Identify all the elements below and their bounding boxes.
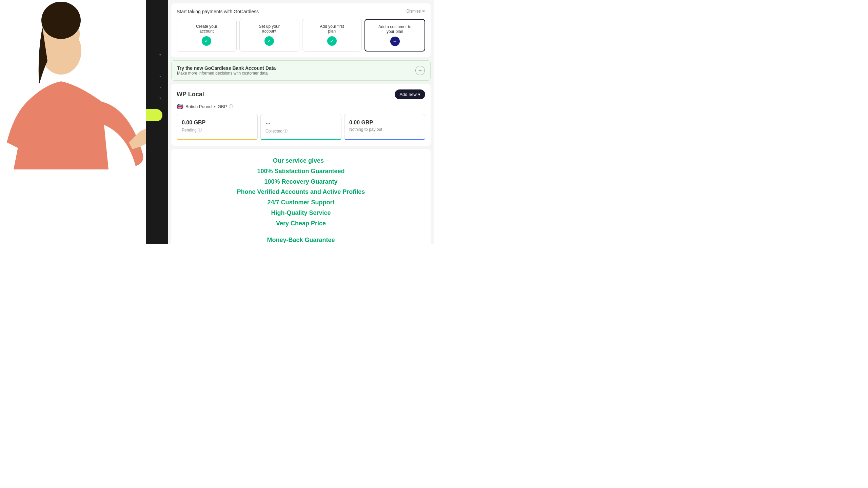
svg-rect-4 xyxy=(56,53,66,66)
stat-payout-label: Nothing to pay out xyxy=(349,127,420,132)
stat-payout-value: 0.00 GBP xyxy=(349,120,420,126)
currency-separator: • xyxy=(214,104,216,110)
wp-local-section: WP Local Add new ▾ 🇬🇧 British Pound • GB… xyxy=(171,84,431,146)
promo-line-5: 24/7 Customer Support xyxy=(181,198,420,207)
bank-promo-text: Try the new GoCardless Bank Account Data… xyxy=(177,65,411,76)
sidebar: GoCardless Bank Payments New Try Bank Ac… xyxy=(73,0,168,244)
step-3-label: Add your firstplan xyxy=(320,24,344,34)
bank-promo-title: Try the new GoCardless Bank Account Data xyxy=(177,65,411,71)
chevron-down-icon: ▾ xyxy=(159,75,161,78)
sidebar-item-developers[interactable]: Developers ▾ xyxy=(78,93,162,103)
stat-pending-label: Pending ⓘ xyxy=(182,127,253,133)
stat-card-pending: 0.00 GBP Pending ⓘ xyxy=(177,114,258,140)
wp-local-title: WP Local xyxy=(177,91,204,98)
step-3-check-icon: ✓ xyxy=(327,36,337,46)
sidebar-item-success-plus[interactable]: Success+ ▾ xyxy=(78,71,162,82)
chevron-down-icon: ▾ xyxy=(159,53,161,57)
sidebar-bank-payments-label: Bank Payments xyxy=(78,21,162,27)
promo-overlay: Our service gives – 100% Satisfaction Gu… xyxy=(171,149,431,244)
onboarding-title: Start taking payments with GoCardless xyxy=(177,9,425,14)
success-plus-label: Success+ xyxy=(80,74,99,79)
sidebar-item-payments[interactable]: Payments ▾ xyxy=(78,49,162,60)
pending-info-icon[interactable]: ⓘ xyxy=(198,127,202,133)
add-new-chevron-icon: ▾ xyxy=(418,92,420,97)
steps-row: Create youraccount ✓ Set up youraccount … xyxy=(177,19,425,52)
sidebar-item-protect-plus[interactable]: Protect+ New ▾ xyxy=(78,82,162,93)
bank-account-link-label: Try Bank Account Data xyxy=(92,28,134,33)
currency-name: British Pound xyxy=(185,104,212,109)
step-create-account: Create youraccount ✓ xyxy=(177,19,237,52)
currency-code: GBP xyxy=(218,104,227,109)
stat-collected-label: Collected ⓘ xyxy=(265,128,336,134)
home-label: Home xyxy=(80,41,92,46)
stat-collected-dots: ··· xyxy=(265,120,336,127)
promo-line-6: High-Quality Service xyxy=(181,208,420,218)
sidebar-item-customers[interactable]: Customers xyxy=(78,60,162,71)
protect-plus-label: Protect+ xyxy=(80,85,96,90)
step-4-arrow-icon: → xyxy=(390,37,400,46)
bank-promo-subtitle: Make more informed decisions with custom… xyxy=(177,71,411,76)
bank-promo-banner: Try the new GoCardless Bank Account Data… xyxy=(171,60,431,81)
stats-row: 0.00 GBP Pending ⓘ ··· Collected ⓘ 0.00 … xyxy=(177,114,425,140)
main-content: Start taking payments with GoCardless Di… xyxy=(168,0,434,244)
badge-new: New xyxy=(81,28,91,33)
developers-label: Developers xyxy=(80,96,102,101)
sidebar-bank-payments-section: Bank Payments New Try Bank Account Data … xyxy=(73,20,168,37)
stat-card-payout: 0.00 GBP Nothing to pay out xyxy=(344,114,425,140)
promo-line-2: 100% Satisfaction Guaranteed xyxy=(181,166,420,176)
step-2-check-icon: ✓ xyxy=(264,36,274,46)
add-new-button[interactable]: Add new ▾ xyxy=(395,89,425,99)
bank-promo-arrow-button[interactable]: → xyxy=(415,66,425,75)
promo-line-7: Very Cheap Price xyxy=(181,219,420,228)
currency-row: 🇬🇧 British Pound • GBP ⓘ xyxy=(177,103,425,110)
stat-card-collected: ··· Collected ⓘ xyxy=(260,114,341,140)
step-first-plan: Add your firstplan ✓ xyxy=(302,19,362,52)
step-1-check-icon: ✓ xyxy=(202,36,211,46)
stat-pending-value: 0.00 GBP xyxy=(182,120,253,126)
protect-plus-badge: New xyxy=(100,85,110,89)
gb-flag-icon: 🇬🇧 xyxy=(177,103,183,110)
dismiss-button[interactable]: Dismiss ✕ xyxy=(407,9,425,14)
add-new-label: Add new xyxy=(399,92,417,97)
wp-local-header: WP Local Add new ▾ xyxy=(177,89,425,99)
step-1-label: Create youraccount xyxy=(196,24,217,34)
info-icon[interactable]: ⓘ xyxy=(229,104,233,109)
sidebar-bank-account-link[interactable]: New Try Bank Account Data → xyxy=(78,27,162,36)
sidebar-logo: GoCardless xyxy=(73,4,168,20)
chevron-down-icon: ▾ xyxy=(159,85,161,89)
arrow-icon: → xyxy=(135,28,139,33)
step-add-customer[interactable]: Add a customer toyour plan → xyxy=(364,19,425,52)
onboarding-banner: Start taking payments with GoCardless Di… xyxy=(171,3,431,57)
create-payment-button[interactable]: Create payment xyxy=(78,109,162,121)
sidebar-nav: Home Payments ▾ Customers Success+ ▾ Pro… xyxy=(73,37,168,105)
promo-line-8: Money-Back Guarantee xyxy=(181,235,420,244)
step-2-label: Set up youraccount xyxy=(259,24,279,34)
promo-line-4: Phone Verified Accounts and Active Profi… xyxy=(181,187,420,197)
step-setup-account: Set up youraccount ✓ xyxy=(239,19,299,52)
promo-line-3: 100% Recovery Guaranty xyxy=(181,177,420,187)
collected-info-icon[interactable]: ⓘ xyxy=(283,128,288,134)
promo-line-1: Our service gives – xyxy=(181,156,420,166)
customers-label: Customers xyxy=(80,63,101,68)
payments-label: Payments xyxy=(80,52,99,57)
step-4-label: Add a customer toyour plan xyxy=(378,24,411,34)
chevron-down-icon: ▾ xyxy=(159,96,161,100)
sidebar-item-home[interactable]: Home xyxy=(78,39,162,49)
